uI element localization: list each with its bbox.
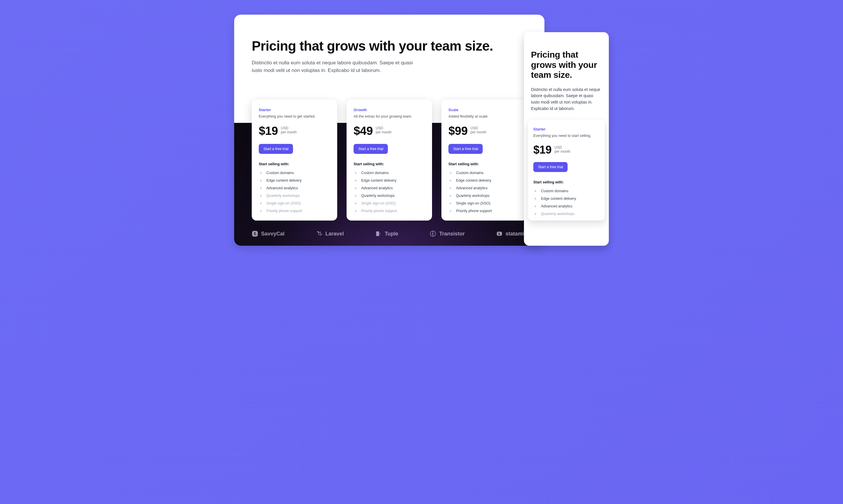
plus-icon: + [449, 201, 453, 205]
plan-desc: All the extras for your growing team. [354, 114, 425, 119]
mobile-feature-item: + Quarterly workshops [533, 210, 599, 218]
feature-item: + Single sign-on (SSO) [354, 199, 425, 207]
plus-icon: + [259, 194, 263, 198]
mobile-plan-card: Starter Everything you need to start sel… [528, 120, 605, 220]
cta-button[interactable]: Start a free trial [354, 144, 388, 154]
feature-item: + Quarterly workshops [259, 192, 330, 199]
desktop-panel: Pricing that grows with your team size. … [234, 15, 544, 246]
plan-card: Growth All the extras for your growing t… [347, 100, 432, 220]
feature-label: Advanced analytics [266, 186, 298, 190]
plus-icon: + [354, 171, 358, 175]
brand-logo-icon [496, 231, 503, 237]
features-heading: Start selling with: [449, 162, 520, 166]
brand-logo: Tuple [375, 231, 398, 237]
plan-price: $49 [354, 124, 373, 138]
plan-desc: Everything you need to get started. [259, 114, 330, 119]
plus-icon: + [259, 201, 263, 205]
plus-icon: + [533, 212, 538, 216]
mobile-feature-item: + Custom domains [533, 187, 599, 195]
feature-label: Single sign-on (SSO) [361, 201, 396, 205]
feature-label: Custom domains [456, 171, 484, 175]
feature-item: + Advanced analytics [259, 184, 330, 192]
price-row: $99 USD per month [449, 124, 520, 138]
plan-card: Scale Added flexibility at scale. $99 US… [441, 100, 527, 220]
features-heading: Start selling with: [354, 162, 425, 166]
plus-icon: + [259, 186, 263, 190]
feature-item: + Single sign-on (SSO) [259, 199, 330, 207]
plan-period: per month [471, 130, 487, 134]
pricing-plans: Starter Everything you need to get start… [252, 100, 527, 220]
plan-desc: Added flexibility at scale. [449, 114, 520, 119]
mobile-feature-label: Custom domains [541, 189, 568, 193]
mobile-price-row: $19 USD per month [533, 144, 599, 156]
mobile-price: $19 [533, 144, 551, 156]
logo-row: SavvyCal Laravel Tuple Transistor statam… [252, 231, 527, 237]
mobile-page-title: Pricing that grows with your team size. [531, 50, 602, 80]
plan-currency: USD [281, 126, 297, 130]
feature-item: + Custom domains [259, 169, 330, 177]
cta-button[interactable]: Start a free trial [449, 144, 483, 154]
brand-logo-icon [316, 231, 322, 237]
mobile-feature-label: Quarterly workshops [541, 212, 575, 216]
plus-icon: + [449, 178, 453, 182]
feature-item: + Custom domains [354, 169, 425, 177]
feature-label: Single sign-on (SSO) [266, 201, 301, 205]
feature-item: + Priority phone support [449, 207, 520, 215]
mobile-features-heading: Start selling with: [533, 180, 599, 184]
feature-label: Quarterly workshops [456, 194, 490, 198]
plus-icon: + [259, 171, 263, 175]
mobile-cta-button[interactable]: Start a free trial [533, 162, 567, 172]
plan-card: Starter Everything you need to get start… [252, 100, 337, 220]
features-list: + Custom domains + Edge content delivery… [259, 169, 330, 215]
price-row: $19 USD per month [259, 124, 330, 138]
plus-icon: + [533, 197, 538, 201]
mobile-feature-label: Edge content delivery [541, 197, 576, 201]
plus-icon: + [533, 204, 538, 208]
plus-icon: + [449, 171, 453, 175]
cta-button[interactable]: Start a free trial [259, 144, 293, 154]
plan-currency: USD [376, 126, 392, 130]
features-list: + Custom domains + Edge content delivery… [354, 169, 425, 215]
feature-label: Single sign-on (SSO) [456, 201, 490, 205]
mobile-currency: USD [555, 145, 570, 149]
desktop-header: Pricing that grows with your team size. … [234, 15, 544, 74]
feature-label: Quarterly workshops [266, 194, 300, 198]
feature-label: Custom domains [266, 171, 294, 175]
plan-name: Starter [259, 108, 330, 112]
price-meta: USD per month [471, 124, 487, 134]
plus-icon: + [354, 209, 358, 213]
feature-item: + Edge content delivery [259, 177, 330, 184]
mobile-panel: Pricing that grows with your team size. … [524, 32, 609, 246]
feature-label: Edge content delivery [361, 178, 396, 182]
plan-name: Growth [354, 108, 425, 112]
mobile-page-subtitle: Distinctio et nulla eum soluta et neque … [531, 87, 602, 112]
plan-price: $99 [449, 124, 468, 138]
page-subtitle: Distinctio et nulla eum soluta et neque … [252, 59, 416, 74]
plan-price: $19 [259, 124, 278, 138]
plus-icon: + [533, 189, 538, 193]
brand-logo-label: Tuple [385, 231, 398, 237]
plus-icon: + [354, 194, 358, 198]
features-list: + Custom domains + Edge content delivery… [449, 169, 520, 215]
stage: Pricing that grows with your team size. … [211, 0, 632, 246]
plan-name: Scale [449, 108, 520, 112]
brand-logo-label: Laravel [326, 231, 344, 237]
brand-logo: Transistor [430, 231, 464, 237]
feature-label: Advanced analytics [456, 186, 488, 190]
plus-icon: + [354, 186, 358, 190]
plus-icon: + [449, 209, 453, 213]
brand-logo: Laravel [316, 231, 344, 237]
mobile-plan-name: Starter [533, 127, 599, 131]
feature-label: Priority phone support [266, 209, 302, 213]
plus-icon: + [449, 186, 453, 190]
price-meta: USD per month [376, 124, 392, 134]
feature-label: Edge content delivery [266, 178, 301, 182]
plus-icon: + [449, 194, 453, 198]
plan-period: per month [281, 130, 297, 134]
plus-icon: + [259, 178, 263, 182]
mobile-features-list: + Custom domains+ Edge content delivery+… [533, 187, 599, 218]
feature-label: Custom domains [361, 171, 389, 175]
feature-label: Quarterly workshops [361, 194, 395, 198]
brand-logo-icon [375, 231, 382, 237]
feature-item: + Edge content delivery [354, 177, 425, 184]
